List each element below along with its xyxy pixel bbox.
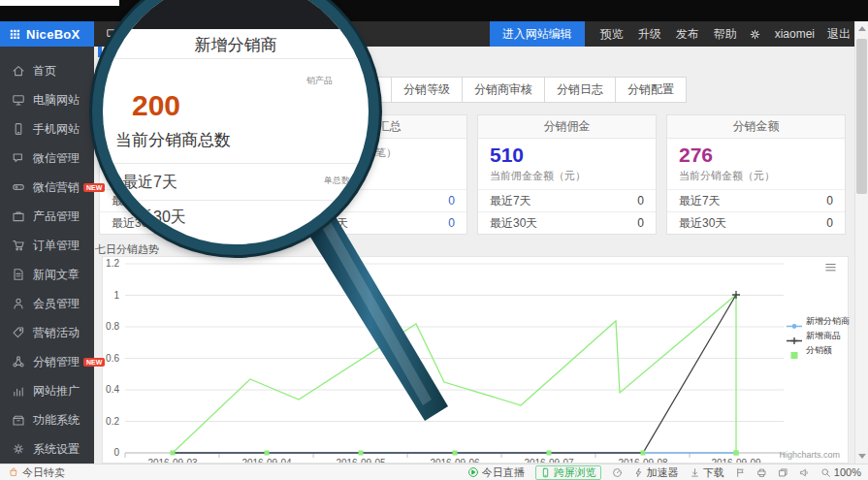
tab-1[interactable]: 分销等级 bbox=[391, 77, 463, 103]
status-tool-gauge-icon[interactable] bbox=[612, 467, 623, 478]
magnified-card: 新增分销商 200 当前分销商总数 最近7天 最近30天 销产品 单总数（笔） … bbox=[103, 0, 369, 244]
tab-3[interactable]: 分销日志 bbox=[544, 77, 616, 103]
status-tool-speaker-icon[interactable] bbox=[799, 467, 810, 478]
home-icon bbox=[12, 64, 25, 78]
tab-2[interactable]: 分销商审核 bbox=[462, 77, 545, 103]
status-tool-window-icon[interactable] bbox=[778, 467, 788, 478]
tab-4[interactable]: 分销配置 bbox=[615, 77, 687, 103]
card-row-key: 最近30天 bbox=[679, 215, 726, 232]
window-icon bbox=[778, 467, 788, 478]
sidebar-item-13[interactable]: 系统设置 bbox=[0, 434, 94, 464]
x-tick-label: 2016-09-08 bbox=[618, 458, 668, 463]
product-icon bbox=[12, 209, 25, 223]
card-label: 当前分销金额（元） bbox=[679, 169, 833, 183]
top-corner bbox=[0, 0, 119, 6]
topbar-menu-item[interactable]: 预览 bbox=[600, 26, 624, 43]
gear-icon bbox=[12, 442, 25, 456]
legend-label: 新增分销商 bbox=[806, 315, 850, 328]
card-value: 510 bbox=[490, 144, 644, 167]
sidebar-item-6[interactable]: 订单管理 bbox=[0, 231, 94, 260]
sidebar-item-label: 首页 bbox=[33, 63, 56, 80]
sidebar-item-5[interactable]: 产品管理 bbox=[0, 202, 94, 231]
legend-symbol bbox=[787, 346, 802, 355]
sidebar-item-label: 会员管理 bbox=[33, 296, 80, 312]
status-tool-printer-icon[interactable] bbox=[756, 467, 767, 478]
magnified-row-7d: 最近7天 bbox=[122, 173, 177, 193]
status-tool-今日直播[interactable]: 今日直播 bbox=[467, 465, 525, 480]
sidebar-item-label: 微信营销 bbox=[33, 179, 80, 196]
vertical-scrollbar[interactable] bbox=[854, 21, 868, 464]
legend-item[interactable]: 新增分销商 bbox=[787, 315, 850, 328]
topbar-menu-item[interactable]: 发布 bbox=[676, 26, 699, 43]
sidebar-item-10[interactable]: 分销管理NEW bbox=[0, 347, 94, 376]
card-row-value: 0 bbox=[826, 194, 833, 208]
scroll-down-arrow[interactable] bbox=[858, 454, 866, 459]
legend-item[interactable]: 新增商品 bbox=[787, 330, 850, 342]
username[interactable]: xiaomei bbox=[775, 27, 815, 41]
sidebar-item-0[interactable]: 首页 bbox=[0, 56, 94, 85]
status-tool-跨屏浏览[interactable]: 跨屏浏览 bbox=[535, 465, 601, 480]
app-logo[interactable]: NiceBoX bbox=[0, 21, 94, 47]
card-row-key: 最近30天 bbox=[490, 215, 537, 232]
magnified-card-title: 新增分销商 bbox=[103, 34, 369, 56]
sale-label: 今日特卖 bbox=[22, 465, 65, 480]
wechat-icon bbox=[12, 151, 25, 165]
status-tool-flag-icon[interactable] bbox=[735, 467, 746, 478]
member-icon bbox=[12, 297, 25, 310]
legend-item[interactable]: 分销额 bbox=[787, 344, 850, 357]
sidebar-item-label: 营销活动 bbox=[33, 325, 80, 341]
x-tick-label: 2016-09-07 bbox=[524, 458, 574, 463]
chart-legend: 新增分销商 新增商品 分销额 bbox=[787, 315, 850, 357]
scroll-up-arrow[interactable] bbox=[858, 26, 866, 31]
status-tool-label: 下载 bbox=[703, 465, 724, 480]
chart-title: 七日分销趋势 bbox=[95, 242, 159, 257]
sidebar-item-label: 功能系统 bbox=[33, 412, 80, 429]
sidebar-item-label: 订单管理 bbox=[33, 238, 80, 254]
scrollbar-thumb[interactable] bbox=[856, 39, 867, 194]
sale-icon bbox=[9, 467, 18, 477]
sidebar-item-2[interactable]: 手机网站 bbox=[0, 114, 94, 144]
zoom-icon bbox=[820, 467, 831, 478]
logout-link[interactable]: 退出 bbox=[827, 26, 851, 43]
sidebar-item-9[interactable]: 营销活动 bbox=[0, 318, 94, 347]
topbar-menu-item[interactable]: 帮助 bbox=[714, 26, 737, 43]
hamburger-menu-icon[interactable] bbox=[823, 263, 838, 273]
network-icon bbox=[12, 355, 25, 368]
sidebar-item-4[interactable]: 微信营销NEW bbox=[0, 173, 94, 202]
grid-icon bbox=[10, 29, 20, 40]
line-chart: 00.20.40.60.811.22016-09-032016-09-04201… bbox=[103, 257, 848, 463]
magnified-value: 200 bbox=[132, 89, 180, 122]
sidebar-item-label: 微信管理 bbox=[33, 150, 80, 167]
sidebar: 首页 电脑网站 手机网站 微信管理 微信营销NEW 产品管理 订单管理 新闻文章… bbox=[0, 47, 94, 464]
magnified-label: 当前分销商总数 bbox=[115, 129, 231, 151]
statusbar-sale[interactable]: 今日特卖 bbox=[9, 465, 65, 480]
status-tool-加速器[interactable]: 加速器 bbox=[633, 465, 679, 480]
download-icon bbox=[690, 467, 700, 478]
magnified-topbar bbox=[103, 0, 369, 29]
status-tool-100%[interactable]: 100% bbox=[820, 466, 861, 478]
grid-icon bbox=[10, 29, 20, 40]
series-marker bbox=[734, 451, 739, 456]
sidebar-item-7[interactable]: 新闻文章 bbox=[0, 260, 94, 289]
status-tool-下载[interactable]: 下载 bbox=[690, 465, 724, 480]
gear-icon[interactable] bbox=[749, 28, 761, 41]
series-marker bbox=[641, 451, 646, 456]
card-row: 最近7天 0 bbox=[478, 189, 656, 211]
news-icon bbox=[12, 268, 25, 281]
box-icon bbox=[12, 413, 25, 427]
sidebar-item-1[interactable]: 电脑网站 bbox=[0, 85, 94, 114]
legend-label: 分销额 bbox=[806, 344, 832, 357]
sidebar-item-3[interactable]: 微信管理 bbox=[0, 144, 94, 173]
enter-site-edit-button[interactable]: 进入网站编辑 bbox=[490, 21, 585, 47]
sidebar-item-8[interactable]: 会员管理 bbox=[0, 289, 94, 318]
gear-icon bbox=[749, 28, 761, 41]
y-tick-label: 0.4 bbox=[106, 384, 119, 395]
topbar-menu-item[interactable]: 升级 bbox=[638, 26, 661, 43]
card-row-key: 最近7天 bbox=[679, 193, 721, 209]
tag-icon bbox=[12, 326, 25, 339]
y-tick-label: 1 bbox=[113, 290, 119, 301]
sidebar-item-11[interactable]: 网站推广 bbox=[0, 376, 94, 405]
sidebar-item-12[interactable]: 功能系统 bbox=[0, 405, 94, 434]
card-title: 分销金额 bbox=[667, 115, 845, 139]
gamepad-icon bbox=[12, 180, 25, 194]
